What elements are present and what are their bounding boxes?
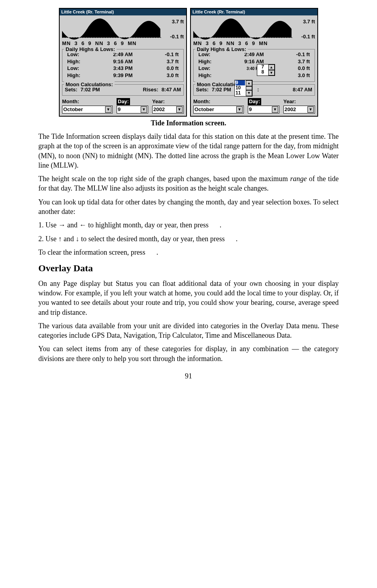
chevron-down-icon[interactable]: ▼: [307, 106, 314, 113]
tide-screen-right: Little Creek (Rr. Terminal) 3.7 ft -0.1 …: [190, 8, 318, 117]
scale-top: 3.7 ft: [294, 18, 315, 25]
year-label: Year:: [152, 98, 184, 105]
moon-group: Moon Calculatio Sets: 7:02 PM 9 10 11: [193, 84, 315, 96]
month-label: Month:: [193, 98, 244, 105]
highs-lows-group: Daily Highs & Lows: Low:2:49 AM-0.1 ft H…: [193, 49, 315, 81]
body-paragraph: The Tide Information screen displays dai…: [38, 132, 339, 170]
tide-table: Low:2:49 AM-0.1 ft High:9:16 AM3.7 ft Lo…: [65, 51, 181, 79]
spinner-option[interactable]: 10: [236, 85, 245, 91]
highs-lows-legend: Daily Highs & Lows:: [195, 46, 248, 53]
tide-screen-left: Little Creek (Rr. Terminal) 3.7 ft -0.1 …: [59, 8, 187, 117]
chevron-down-icon[interactable]: ▼: [272, 106, 278, 113]
spinner-option[interactable]: 8: [258, 70, 268, 75]
scale-top: 3.7 ft: [162, 18, 184, 25]
tide-graph: [62, 17, 162, 41]
graph-scale: 3.7 ft -0.1 ft: [162, 17, 184, 40]
page-number: 91: [38, 371, 339, 381]
rises-value: 8:47 AM: [293, 86, 312, 93]
day-label: Day:: [117, 98, 130, 105]
table-row: High:9:16 AM3.7 ft: [65, 58, 181, 65]
chevron-down-icon[interactable]: ▼: [176, 106, 183, 113]
chevron-down-icon[interactable]: ▼: [268, 70, 275, 76]
scale-bot: -0.1 ft: [162, 33, 184, 40]
month-dropdown[interactable]: October ▼: [62, 106, 113, 113]
scale-bot: -0.1 ft: [294, 33, 315, 40]
table-row: High:9:16 AM3.7 ft: [196, 58, 312, 65]
tide-graph: [193, 17, 294, 41]
chevron-up-icon[interactable]: ▲: [246, 80, 252, 86]
month-dropdown[interactable]: October ▼: [193, 106, 244, 113]
body-paragraph: The various data available from your uni…: [38, 321, 339, 340]
spinner-option-selected[interactable]: 9: [236, 80, 245, 85]
tide-graph-row: 3.7 ft -0.1 ft: [62, 17, 184, 41]
sets-value: 7:02 PM: [212, 86, 231, 93]
screens-row: Little Creek (Rr. Terminal) 3.7 ft -0.1 …: [38, 8, 339, 117]
tide-curve-icon: [62, 17, 162, 41]
figure-caption: Tide Information screen.: [38, 118, 339, 128]
tide-graph-row: 3.7 ft -0.1 ft: [193, 17, 315, 41]
section-heading: Overlay Data: [38, 262, 339, 274]
highs-lows-group: Daily Highs & Lows: Low:2:49 AM-0.1 ft H…: [62, 49, 184, 81]
sets-label: Sets:: [196, 86, 209, 93]
tide-table: Low:2:49 AM-0.1 ft High:9:16 AM3.7 ft Lo…: [196, 51, 312, 79]
highs-lows-legend: Daily Highs & Lows:: [64, 46, 117, 53]
day-spinner-popup[interactable]: 7 8 ▲ ▼: [257, 64, 275, 76]
spinner-option[interactable]: 11: [236, 91, 245, 96]
tide-curve-icon: [193, 17, 294, 41]
body-paragraph: The height scale on the top right side o…: [38, 174, 339, 193]
chevron-down-icon[interactable]: ▼: [236, 106, 243, 113]
day-label: Day:: [248, 98, 261, 105]
rises-value: 8:47 AM: [162, 86, 181, 93]
body-paragraph: On any Page display but Status you can f…: [38, 279, 339, 317]
day-dropdown[interactable]: 9 ▼: [117, 106, 148, 113]
body-paragraph: You can look up tidal data for other dat…: [38, 197, 339, 217]
table-row: Low: 3:40 PM 7 8 ▲ ▼: [196, 65, 312, 72]
chevron-down-icon[interactable]: ▼: [105, 106, 111, 113]
window-title: Little Creek (Rr. Terminal): [191, 9, 317, 15]
year-label: Year:: [283, 98, 315, 105]
step-line: 2. Use ↑ and ↓ to select the desired mon…: [38, 234, 339, 244]
day-spinner-popup-open[interactable]: 9 10 11 ▲ ▼: [234, 80, 253, 96]
graph-scale: 3.7 ft -0.1 ft: [294, 17, 315, 40]
rises-label: Rises:: [143, 86, 158, 93]
year-dropdown[interactable]: 2002 ▼: [152, 106, 184, 113]
date-row: Month: October ▼ Day: 9 ▼ Year:: [62, 98, 184, 113]
step-line: 1. Use → and ← to highlight month, day o…: [38, 220, 339, 230]
body-paragraph: To clear the information screen, press.: [38, 248, 339, 257]
window-title: Little Creek (Rr. Terminal): [60, 9, 186, 15]
table-row: High:3.0 ft: [196, 72, 312, 79]
month-label: Month:: [62, 98, 113, 105]
day-dropdown[interactable]: 9 ▼: [248, 106, 279, 113]
chevron-down-icon[interactable]: ▼: [246, 90, 252, 96]
table-row: High:9:39 PM3.0 ft: [65, 72, 181, 79]
table-row: Low:3:43 PM0.0 ft: [65, 65, 181, 72]
moon-group: Moon Calculations: Sets: 7:02 PM Rises: …: [62, 84, 184, 96]
body-paragraph: You can select items from any of these c…: [38, 344, 339, 363]
chevron-down-icon[interactable]: ▼: [141, 106, 147, 113]
chevron-up-icon[interactable]: ▲: [268, 64, 275, 70]
date-row: Month: October ▼ Day: 9 ▼ Year:: [193, 98, 315, 113]
moon-legend: Moon Calculations:: [64, 81, 115, 88]
year-dropdown[interactable]: 2002 ▼: [283, 106, 315, 113]
